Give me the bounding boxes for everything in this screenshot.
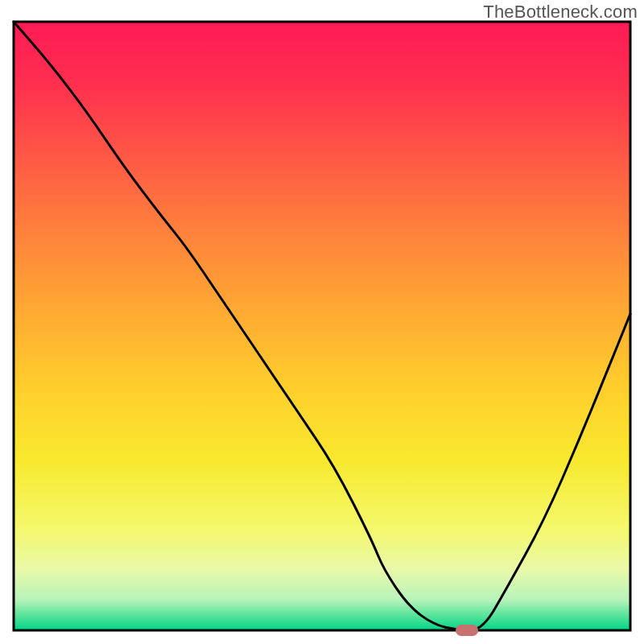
optimal-marker xyxy=(456,625,478,636)
plot-background xyxy=(14,22,630,630)
chart-stage: TheBottleneck.com xyxy=(0,0,644,644)
bottleneck-chart xyxy=(0,0,644,644)
watermark-text: TheBottleneck.com xyxy=(483,2,638,23)
